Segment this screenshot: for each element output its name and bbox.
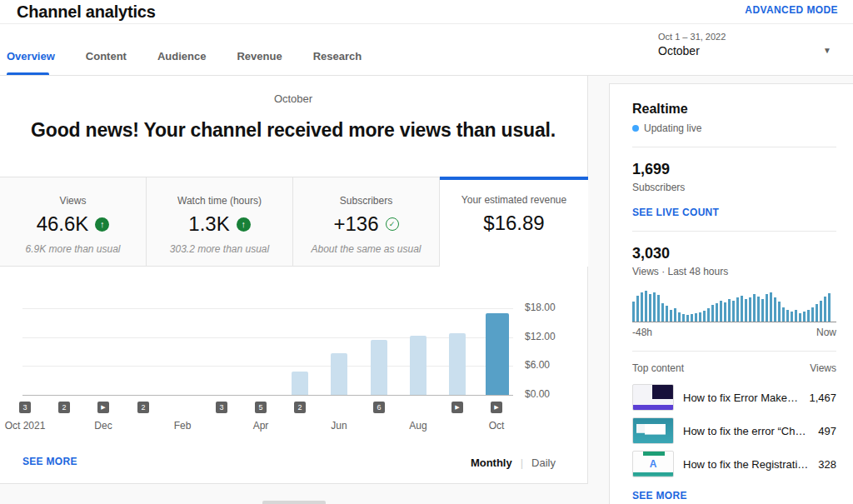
see-more-link[interactable]: SEE MORE [22, 456, 77, 467]
see-live-count-link[interactable]: SEE LIVE COUNT [632, 207, 836, 218]
realtime-bar[interactable] [749, 297, 751, 322]
realtime-bar[interactable] [824, 297, 826, 322]
realtime-bar[interactable] [636, 296, 639, 322]
video-thumbnail [632, 384, 674, 411]
tab-overview[interactable]: Overview [7, 50, 55, 74]
video-marker-badge[interactable]: ▶ [97, 402, 109, 413]
realtime-bar[interactable] [732, 301, 735, 322]
video-marker-badge[interactable]: 2 [137, 402, 149, 413]
realtime-bar[interactable] [711, 305, 714, 322]
metric-label: Your estimated revenue [440, 194, 588, 206]
top-content-row[interactable]: A How to fix the Registratio… 328 [632, 451, 836, 477]
realtime-bar[interactable] [745, 299, 747, 322]
divider [632, 147, 836, 147]
realtime-bar[interactable] [695, 313, 697, 322]
tab-audience[interactable]: Audience [157, 50, 207, 74]
date-range-picker[interactable]: Oct 1 – 31, 2022 October ▼ [658, 32, 841, 68]
video-marker-badge[interactable]: 6 [373, 402, 385, 413]
video-marker-badge[interactable]: 2 [294, 402, 306, 413]
realtime-bar[interactable] [757, 297, 760, 322]
active-metric-accent [440, 177, 588, 180]
realtime-bar[interactable] [795, 310, 797, 322]
metric-card-views[interactable]: Views 46.6K ↑ 6.9K more than usual [0, 177, 147, 267]
granularity-monthly[interactable]: Monthly [471, 457, 512, 469]
realtime-bar[interactable] [761, 299, 764, 322]
realtime-bar[interactable] [799, 313, 801, 322]
granularity-daily[interactable]: Daily [531, 457, 556, 469]
analytics-overview-card: October Good news! Your channel received… [0, 76, 588, 484]
realtime-bar[interactable] [728, 299, 731, 322]
realtime-bar[interactable] [686, 315, 689, 322]
realtime-bar[interactable] [724, 302, 726, 322]
realtime-bar[interactable] [786, 310, 789, 322]
divider [632, 351, 836, 352]
realtime-bar[interactable] [666, 306, 668, 322]
realtime-bar[interactable] [811, 307, 814, 322]
realtime-bar[interactable] [782, 307, 785, 322]
realtime-bar[interactable] [770, 292, 772, 322]
below-fold-element [262, 501, 326, 504]
analytics-tabs: Overview Content Audience Revenue Resear… [7, 50, 362, 74]
realtime-bar[interactable] [716, 303, 718, 322]
realtime-bar[interactable] [720, 301, 722, 322]
realtime-bar[interactable] [816, 304, 818, 322]
realtime-bar[interactable] [820, 301, 822, 322]
realtime-bar[interactable] [674, 308, 676, 322]
realtime-bar[interactable] [699, 312, 701, 322]
realtime-bar[interactable] [653, 292, 656, 322]
revenue-bar[interactable] [331, 353, 347, 395]
revenue-bar-highlight[interactable] [486, 313, 509, 395]
metric-card-subscribers[interactable]: Subscribers +136 ✓ About the same as usu… [293, 177, 440, 267]
video-marker-badge[interactable]: ▶ [451, 402, 463, 413]
metric-card-revenue[interactable]: Your estimated revenue $16.89 [440, 177, 588, 267]
play-icon: ▶ [494, 404, 498, 411]
realtime-bar[interactable] [649, 294, 651, 322]
realtime-bar[interactable] [657, 295, 660, 322]
advanced-mode-link[interactable]: ADVANCED MODE [745, 4, 838, 16]
sidebar-see-more-link[interactable]: SEE MORE [632, 490, 836, 502]
realtime-bar[interactable] [678, 312, 681, 322]
video-views: 497 [818, 425, 836, 437]
realtime-bar[interactable] [753, 294, 756, 322]
video-thumbnail: A [632, 451, 674, 477]
tab-revenue[interactable]: Revenue [237, 50, 282, 74]
tab-research[interactable]: Research [313, 50, 362, 74]
realtime-bar[interactable] [670, 310, 672, 322]
top-content-row[interactable]: How to fix the error “Chan… 497 [632, 417, 836, 444]
revenue-bar[interactable] [371, 340, 387, 395]
realtime-bar[interactable] [632, 302, 635, 322]
gridline [22, 337, 513, 338]
realtime-bar[interactable] [691, 314, 693, 322]
realtime-bar[interactable] [807, 310, 810, 322]
revenue-bar[interactable] [292, 372, 308, 395]
realtime-bar[interactable] [766, 294, 768, 322]
realtime-bar[interactable] [774, 297, 776, 322]
realtime-bar[interactable] [803, 312, 806, 322]
realtime-bar[interactable] [828, 293, 831, 322]
video-marker-badge[interactable]: 2 [58, 402, 70, 413]
realtime-bar[interactable] [707, 308, 710, 322]
realtime-bar[interactable] [703, 311, 706, 322]
revenue-bar[interactable] [410, 336, 426, 395]
video-marker-badge[interactable]: 3 [19, 402, 31, 413]
video-marker-badge[interactable]: ▶ [491, 402, 502, 413]
x-axis-month-label: Feb [156, 420, 209, 432]
metric-card-watch-time[interactable]: Watch time (hours) 1.3K ↑ 303.2 more tha… [147, 177, 293, 267]
tab-content[interactable]: Content [86, 50, 127, 74]
metric-label: Watch time (hours) [147, 195, 292, 207]
realtime-bar[interactable] [741, 296, 743, 322]
realtime-bar[interactable] [736, 297, 739, 322]
revenue-bar[interactable] [449, 333, 466, 395]
y-axis-tick-label: $18.00 [525, 302, 575, 313]
realtime-bar[interactable] [682, 314, 685, 322]
realtime-bar[interactable] [791, 312, 793, 322]
video-marker-badge[interactable]: 5 [255, 402, 267, 413]
video-marker-badge[interactable]: 3 [216, 402, 227, 413]
realtime-bar[interactable] [661, 303, 664, 322]
video-title: How to fix the Registratio… [683, 458, 809, 471]
top-content-row[interactable]: How to fix Error Make S… 1,467 [632, 384, 836, 411]
realtime-bar[interactable] [778, 302, 781, 322]
header-divider [0, 23, 853, 24]
realtime-bar[interactable] [641, 292, 643, 322]
realtime-bar[interactable] [645, 291, 647, 322]
